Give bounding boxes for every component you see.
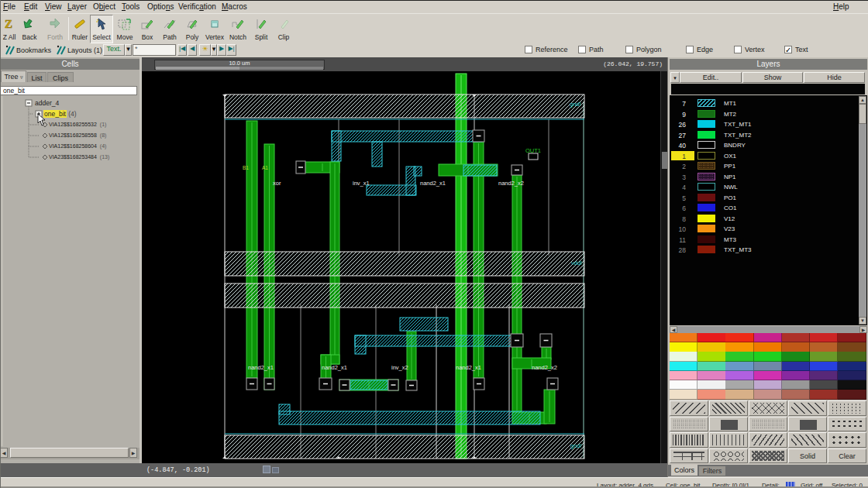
svg-text:A1: A1 <box>262 165 268 170</box>
svg-text:nand2_x1: nand2_x1 <box>456 364 481 371</box>
svg-text:nand2_x1: nand2_x1 <box>248 364 274 371</box>
svg-text:nand2_x2: nand2_x2 <box>498 180 524 187</box>
svg-text:xor: xor <box>273 180 281 187</box>
svg-text:nand2_x1: nand2_x1 <box>322 364 347 371</box>
svg-text:vdd!: vdd! <box>571 259 582 266</box>
svg-text:inv_x2: inv_x2 <box>391 364 408 371</box>
svg-text:nand2_x1: nand2_x1 <box>420 180 446 187</box>
svg-text:inv_x1: inv_x1 <box>353 180 370 187</box>
svg-text:gnd!: gnd! <box>570 101 581 108</box>
svg-text:gnd!: gnd! <box>570 442 582 449</box>
svg-text:B1: B1 <box>243 165 249 170</box>
svg-text:Z: Z <box>5 18 12 30</box>
svg-text:nand2_x2: nand2_x2 <box>532 364 557 371</box>
